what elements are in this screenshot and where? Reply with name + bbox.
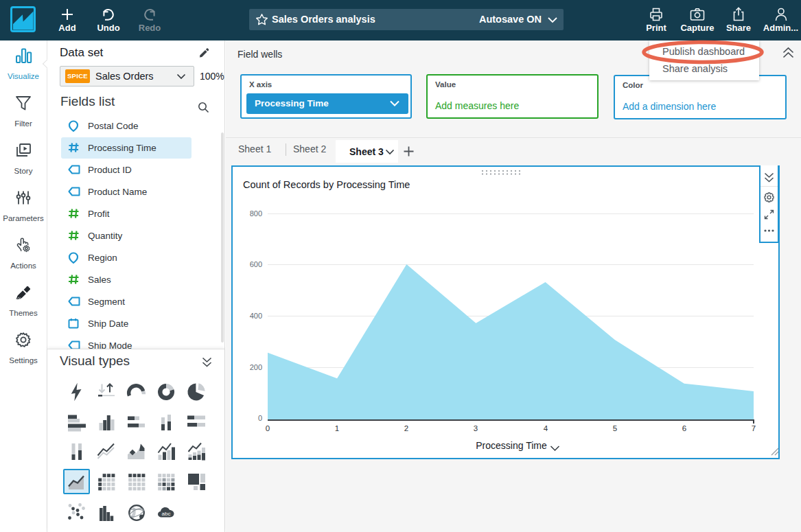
- svg-text:abc: abc: [162, 511, 171, 517]
